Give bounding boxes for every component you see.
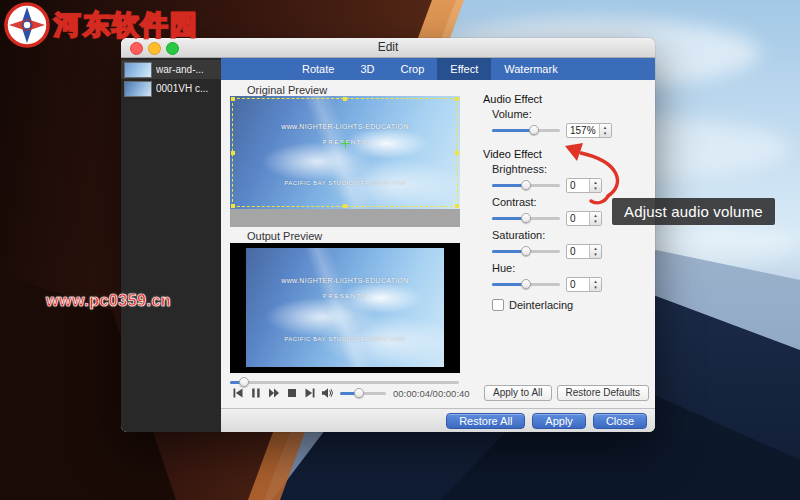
video-overlay-text: PACIFIC BAY STUDIOS PRODUCTION (246, 336, 444, 342)
saturation-slider[interactable] (492, 245, 560, 257)
crop-handle[interactable] (231, 97, 235, 101)
volume-label: Volume: (492, 108, 655, 120)
hue-slider[interactable] (492, 278, 560, 290)
slider-thumb[interactable] (521, 180, 531, 190)
step-down-icon[interactable]: ▾ (590, 284, 601, 291)
crop-handle[interactable] (343, 97, 347, 101)
panel-buttons: Apply to All Restore Defaults (484, 385, 649, 401)
slider-thumb[interactable] (529, 125, 539, 135)
clip-list-sidebar: war-and-... 0001VH c... (121, 58, 221, 432)
tab-crop[interactable]: Crop (387, 58, 437, 80)
skip-back-icon (232, 387, 244, 399)
crop-selection-rect[interactable] (232, 98, 458, 207)
restore-all-button[interactable]: Restore All (446, 413, 525, 429)
window-title: Edit (121, 38, 655, 57)
slider-track (230, 381, 459, 384)
crop-handle[interactable] (455, 97, 459, 101)
output-preview-label: Output Preview (247, 230, 322, 242)
tab-watermark[interactable]: Watermark (491, 58, 570, 80)
output-video-frame: www.NIGHTER-LIGHTS-EDUCATION PRESENTS PA… (246, 248, 444, 366)
hue-spinner[interactable]: 0 ▴ ▾ (566, 277, 602, 292)
skip-back-button[interactable] (230, 386, 245, 400)
compass-logo-icon (4, 2, 50, 48)
pause-icon (250, 387, 262, 399)
stepper[interactable]: ▴ ▾ (589, 278, 601, 291)
deinterlacing-label: Deinterlacing (509, 299, 573, 311)
crop-handle[interactable] (455, 151, 459, 155)
deinterlacing-checkbox[interactable] (492, 299, 504, 311)
clip-list-item[interactable]: 0001VH c... (121, 79, 221, 98)
original-preview-label: Original Preview (247, 84, 327, 96)
clip-thumbnail (124, 81, 152, 97)
stop-icon (286, 387, 298, 399)
crop-handle[interactable] (231, 151, 235, 155)
clip-list-item[interactable]: war-and-... (121, 60, 221, 79)
tab-3d[interactable]: 3D (347, 58, 387, 80)
saturation-label: Saturation: (492, 229, 655, 241)
slider-fill (492, 129, 534, 132)
letterbox-bar (230, 209, 460, 227)
apply-to-all-button[interactable]: Apply to All (484, 385, 551, 401)
playback-time: 00:00:04/00:00:40 (393, 388, 470, 399)
slider-thumb[interactable] (521, 246, 531, 256)
dialog-footer: Restore All Apply Close (221, 408, 655, 432)
hue-label: Hue: (492, 262, 655, 274)
stop-button[interactable] (284, 386, 299, 400)
output-preview: www.NIGHTER-LIGHTS-EDUCATION PRESENTS PA… (230, 243, 460, 373)
skip-forward-icon (304, 387, 316, 399)
audio-effect-heading: Audio Effect (483, 80, 655, 105)
hue-value: 0 (567, 278, 589, 291)
slider-thumb[interactable] (521, 279, 531, 289)
pause-button[interactable] (248, 386, 263, 400)
preview-column: Original Preview www.NIGHTER-LIGHTS-EDUC… (221, 80, 471, 408)
watermark-site-name: 河东软件园 (54, 7, 199, 43)
watermark-logo: 河东软件园 (4, 2, 199, 48)
desktop: 河东软件园 www.pc0359.cn Edit war-and-... 000… (0, 0, 800, 500)
mute-button[interactable] (320, 386, 335, 400)
stepper[interactable]: ▴ ▾ (589, 245, 601, 258)
saturation-row: 0 ▴ ▾ (492, 243, 655, 259)
edit-dialog: Edit war-and-... 0001VH c... Rotate 3D C… (121, 38, 655, 432)
speaker-icon (321, 387, 334, 399)
slider-thumb[interactable] (521, 213, 531, 223)
original-video-frame: www.NIGHTER-LIGHTS-EDUCATION PRESENTS PA… (230, 96, 460, 209)
saturation-value: 0 (567, 245, 589, 258)
stepper[interactable]: ▴ ▾ (589, 212, 601, 225)
contrast-slider[interactable] (492, 212, 560, 224)
watermark-site-url: www.pc0359.cn (46, 292, 171, 310)
crop-handle[interactable] (343, 204, 347, 208)
clip-thumbnail (124, 62, 152, 78)
deinterlacing-row: Deinterlacing (492, 299, 655, 311)
clip-label: war-and-... (156, 64, 204, 75)
hue-row: 0 ▴ ▾ (492, 276, 655, 292)
titlebar[interactable]: Edit (121, 38, 655, 58)
annotation-tooltip: Adjust audio volume (612, 198, 775, 225)
crop-center-crosshair-icon (341, 139, 350, 148)
step-down-icon[interactable]: ▾ (590, 218, 601, 225)
main-area: Rotate 3D Crop Effect Watermark Original… (221, 58, 655, 432)
fast-forward-icon (268, 387, 280, 399)
transport-controls: 00:00:04/00:00:40 (230, 386, 474, 400)
tabbar-spacer (221, 58, 289, 80)
video-overlay-text: www.NIGHTER-LIGHTS-EDUCATION (246, 277, 444, 284)
tab-rotate[interactable]: Rotate (289, 58, 347, 80)
fast-forward-button[interactable] (266, 386, 281, 400)
step-down-icon[interactable]: ▾ (590, 251, 601, 258)
tab-effect[interactable]: Effect (437, 58, 491, 80)
apply-button[interactable]: Apply (532, 413, 586, 429)
clip-label: 0001VH c... (156, 83, 208, 94)
edit-tabbar: Rotate 3D Crop Effect Watermark (221, 58, 655, 80)
close-button[interactable]: Close (593, 413, 647, 429)
player-volume-slider[interactable] (340, 387, 386, 399)
slider-thumb[interactable] (354, 388, 364, 398)
crop-handle[interactable] (455, 204, 459, 208)
video-overlay-text: PRESENTS (246, 293, 444, 299)
restore-defaults-button[interactable]: Restore Defaults (557, 385, 649, 401)
skip-forward-button[interactable] (302, 386, 317, 400)
contrast-value: 0 (567, 212, 589, 225)
original-preview: www.NIGHTER-LIGHTS-EDUCATION PRESENTS PA… (230, 96, 460, 227)
saturation-spinner[interactable]: 0 ▴ ▾ (566, 244, 602, 259)
contrast-spinner[interactable]: 0 ▴ ▾ (566, 211, 602, 226)
crop-handle[interactable] (231, 204, 235, 208)
